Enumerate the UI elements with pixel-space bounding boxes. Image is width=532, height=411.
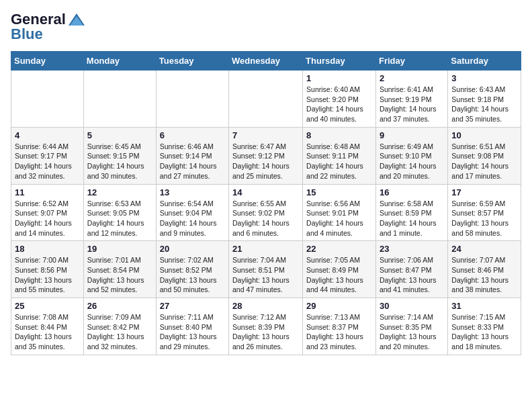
day-info: Sunrise: 7:07 AM Sunset: 8:46 PM Dayligh… <box>451 255 517 295</box>
day-info: Sunrise: 7:14 AM Sunset: 8:35 PM Dayligh… <box>380 312 444 352</box>
day-number: 31 <box>451 301 517 311</box>
week-row-1: 1Sunrise: 6:40 AM Sunset: 9:20 PM Daylig… <box>11 71 521 128</box>
day-info: Sunrise: 7:02 AM Sunset: 8:52 PM Dayligh… <box>160 255 225 295</box>
week-row-2: 4Sunrise: 6:44 AM Sunset: 9:17 PM Daylig… <box>11 127 521 184</box>
day-cell-4: 4Sunrise: 6:44 AM Sunset: 9:17 PM Daylig… <box>11 127 84 184</box>
day-info: Sunrise: 7:15 AM Sunset: 8:33 PM Dayligh… <box>451 312 517 352</box>
day-info: Sunrise: 6:43 AM Sunset: 9:18 PM Dayligh… <box>451 85 517 124</box>
day-info: Sunrise: 7:00 AM Sunset: 8:56 PM Dayligh… <box>15 255 80 295</box>
day-info: Sunrise: 6:58 AM Sunset: 8:59 PM Dayligh… <box>380 199 444 238</box>
day-number: 6 <box>160 130 225 140</box>
day-info: Sunrise: 7:04 AM Sunset: 8:51 PM Dayligh… <box>232 255 299 295</box>
day-cell-20: 20Sunrise: 7:02 AM Sunset: 8:52 PM Dayli… <box>156 241 228 298</box>
day-cell-26: 26Sunrise: 7:09 AM Sunset: 8:42 PM Dayli… <box>83 298 156 355</box>
day-number: 2 <box>380 73 444 83</box>
day-cell-30: 30Sunrise: 7:14 AM Sunset: 8:35 PM Dayli… <box>375 298 447 355</box>
day-info: Sunrise: 7:05 AM Sunset: 8:49 PM Dayligh… <box>306 255 372 295</box>
day-cell-6: 6Sunrise: 6:46 AM Sunset: 9:14 PM Daylig… <box>156 127 228 184</box>
day-number: 5 <box>87 130 152 140</box>
day-number: 9 <box>380 130 444 140</box>
day-cell-8: 8Sunrise: 6:48 AM Sunset: 9:11 PM Daylig… <box>303 127 376 184</box>
empty-cell <box>11 71 84 128</box>
day-number: 27 <box>160 301 225 311</box>
day-cell-19: 19Sunrise: 7:01 AM Sunset: 8:54 PM Dayli… <box>83 241 156 298</box>
day-cell-15: 15Sunrise: 6:56 AM Sunset: 9:01 PM Dayli… <box>303 184 376 241</box>
day-info: Sunrise: 6:48 AM Sunset: 9:11 PM Dayligh… <box>306 142 372 181</box>
day-number: 4 <box>15 130 80 140</box>
day-cell-3: 3Sunrise: 6:43 AM Sunset: 9:18 PM Daylig… <box>448 71 521 128</box>
day-info: Sunrise: 6:52 AM Sunset: 9:07 PM Dayligh… <box>15 199 80 238</box>
day-cell-16: 16Sunrise: 6:58 AM Sunset: 8:59 PM Dayli… <box>375 184 447 241</box>
day-number: 30 <box>380 301 444 311</box>
day-number: 13 <box>160 187 225 197</box>
day-info: Sunrise: 7:11 AM Sunset: 8:40 PM Dayligh… <box>160 312 225 352</box>
day-number: 24 <box>451 244 517 254</box>
day-cell-2: 2Sunrise: 6:41 AM Sunset: 9:19 PM Daylig… <box>375 71 447 128</box>
day-info: Sunrise: 7:12 AM Sunset: 8:39 PM Dayligh… <box>232 312 299 352</box>
day-number: 11 <box>15 187 80 197</box>
day-cell-13: 13Sunrise: 6:54 AM Sunset: 9:04 PM Dayli… <box>156 184 228 241</box>
day-cell-27: 27Sunrise: 7:11 AM Sunset: 8:40 PM Dayli… <box>156 298 228 355</box>
day-cell-5: 5Sunrise: 6:45 AM Sunset: 9:15 PM Daylig… <box>83 127 156 184</box>
day-cell-25: 25Sunrise: 7:08 AM Sunset: 8:44 PM Dayli… <box>11 298 84 355</box>
weekday-header-tuesday: Tuesday <box>156 52 228 71</box>
day-info: Sunrise: 6:55 AM Sunset: 9:02 PM Dayligh… <box>232 199 299 238</box>
day-cell-29: 29Sunrise: 7:13 AM Sunset: 8:37 PM Dayli… <box>303 298 376 355</box>
day-number: 22 <box>306 244 372 254</box>
day-number: 25 <box>15 301 80 311</box>
day-info: Sunrise: 7:13 AM Sunset: 8:37 PM Dayligh… <box>306 312 372 352</box>
day-info: Sunrise: 6:44 AM Sunset: 9:17 PM Dayligh… <box>15 142 80 181</box>
day-cell-12: 12Sunrise: 6:53 AM Sunset: 9:05 PM Dayli… <box>83 184 156 241</box>
week-row-3: 11Sunrise: 6:52 AM Sunset: 9:07 PM Dayli… <box>11 184 521 241</box>
day-info: Sunrise: 6:47 AM Sunset: 9:12 PM Dayligh… <box>232 142 299 181</box>
day-cell-24: 24Sunrise: 7:07 AM Sunset: 8:46 PM Dayli… <box>448 241 521 298</box>
day-info: Sunrise: 7:09 AM Sunset: 8:42 PM Dayligh… <box>87 312 152 352</box>
day-number: 28 <box>232 301 299 311</box>
day-number: 7 <box>232 130 299 140</box>
day-number: 16 <box>380 187 444 197</box>
day-info: Sunrise: 7:01 AM Sunset: 8:54 PM Dayligh… <box>87 255 152 295</box>
weekday-header-thursday: Thursday <box>303 52 376 71</box>
day-info: Sunrise: 6:56 AM Sunset: 9:01 PM Dayligh… <box>306 199 372 238</box>
day-cell-18: 18Sunrise: 7:00 AM Sunset: 8:56 PM Dayli… <box>11 241 84 298</box>
day-number: 21 <box>232 244 299 254</box>
day-cell-9: 9Sunrise: 6:49 AM Sunset: 9:10 PM Daylig… <box>375 127 447 184</box>
day-number: 14 <box>232 187 299 197</box>
day-info: Sunrise: 6:53 AM Sunset: 9:05 PM Dayligh… <box>87 199 152 238</box>
day-cell-7: 7Sunrise: 6:47 AM Sunset: 9:12 PM Daylig… <box>229 127 303 184</box>
day-number: 18 <box>15 244 80 254</box>
page-header: General Blue <box>11 11 521 43</box>
weekday-header-monday: Monday <box>83 52 156 71</box>
day-info: Sunrise: 6:40 AM Sunset: 9:20 PM Dayligh… <box>306 85 372 124</box>
day-cell-31: 31Sunrise: 7:15 AM Sunset: 8:33 PM Dayli… <box>448 298 521 355</box>
week-row-4: 18Sunrise: 7:00 AM Sunset: 8:56 PM Dayli… <box>11 241 521 298</box>
day-cell-21: 21Sunrise: 7:04 AM Sunset: 8:51 PM Dayli… <box>229 241 303 298</box>
day-info: Sunrise: 6:51 AM Sunset: 9:08 PM Dayligh… <box>451 142 517 181</box>
weekday-header-friday: Friday <box>375 52 447 71</box>
day-number: 1 <box>306 73 372 83</box>
day-number: 23 <box>380 244 444 254</box>
weekday-row: SundayMondayTuesdayWednesdayThursdayFrid… <box>11 52 521 71</box>
day-number: 19 <box>87 244 152 254</box>
calendar: SundayMondayTuesdayWednesdayThursdayFrid… <box>11 51 521 355</box>
day-number: 29 <box>306 301 372 311</box>
day-number: 20 <box>160 244 225 254</box>
day-cell-1: 1Sunrise: 6:40 AM Sunset: 9:20 PM Daylig… <box>303 71 376 128</box>
weekday-header-sunday: Sunday <box>11 52 84 71</box>
logo-icon <box>67 12 86 27</box>
empty-cell <box>229 71 303 128</box>
day-number: 26 <box>87 301 152 311</box>
day-number: 8 <box>306 130 372 140</box>
calendar-body: 1Sunrise: 6:40 AM Sunset: 9:20 PM Daylig… <box>11 71 521 355</box>
logo-blue: Blue <box>11 26 43 43</box>
day-info: Sunrise: 7:08 AM Sunset: 8:44 PM Dayligh… <box>15 312 80 352</box>
day-info: Sunrise: 6:45 AM Sunset: 9:15 PM Dayligh… <box>87 142 152 181</box>
day-cell-22: 22Sunrise: 7:05 AM Sunset: 8:49 PM Dayli… <box>303 241 376 298</box>
day-number: 10 <box>451 130 517 140</box>
day-cell-14: 14Sunrise: 6:55 AM Sunset: 9:02 PM Dayli… <box>229 184 303 241</box>
day-number: 17 <box>451 187 517 197</box>
weekday-header-wednesday: Wednesday <box>229 52 303 71</box>
day-cell-23: 23Sunrise: 7:06 AM Sunset: 8:47 PM Dayli… <box>375 241 447 298</box>
day-info: Sunrise: 6:41 AM Sunset: 9:19 PM Dayligh… <box>380 85 444 124</box>
day-number: 3 <box>451 73 517 83</box>
